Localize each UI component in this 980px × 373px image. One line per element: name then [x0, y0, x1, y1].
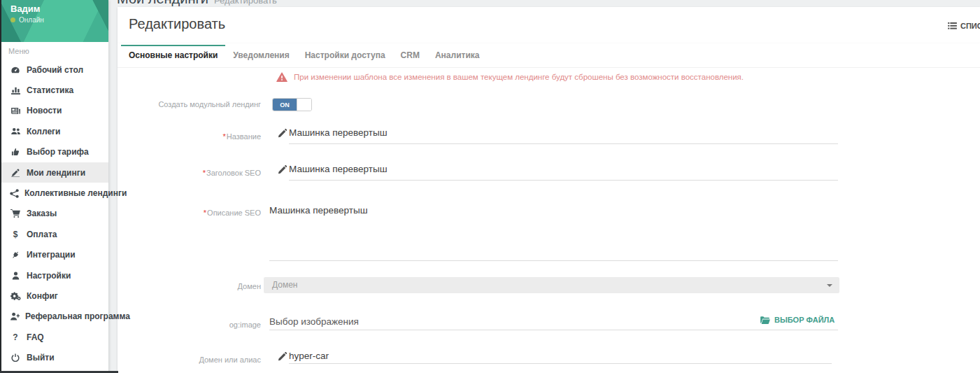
seo-title-input[interactable]: Машинка перевертыш — [289, 164, 387, 174]
template-warning: При изменении шаблона все изменения в ва… — [276, 72, 744, 82]
choose-file-button[interactable]: ВЫБОР ФАЙЛА — [760, 316, 835, 324]
seo-description-label: *Описание SEO — [118, 209, 261, 217]
colleagues-icon — [10, 127, 21, 135]
main-content: Мои лендингиРедактировать Редактировать … — [108, 0, 980, 373]
sidebar-item-stats[interactable]: Статистика — [0, 80, 108, 100]
name-input[interactable]: Машинка перевертыш — [289, 127, 387, 138]
list-button[interactable]: СПИСОК — [948, 22, 980, 30]
sidebar-item-label: Выбор тарифа — [27, 147, 89, 157]
tab-crm[interactable]: CRM — [393, 43, 427, 67]
module-toggle[interactable]: ON — [272, 98, 312, 111]
pencil-icon — [278, 352, 287, 361]
sidebar-item-cart[interactable]: Заказы — [0, 204, 108, 224]
news-icon — [10, 107, 21, 115]
sidebar-item-label: Мои лендинги — [27, 168, 85, 178]
cart-icon — [10, 209, 21, 218]
online-status-dot — [10, 17, 15, 22]
tab-уведомления[interactable]: Уведомления — [225, 43, 297, 67]
toggle-on-segment: ON — [273, 99, 297, 111]
online-status-label: Онлайн — [19, 16, 44, 24]
sidebar-item-question[interactable]: ?FAQ — [0, 327, 108, 347]
card-header: Редактировать СПИСОК — [118, 7, 980, 43]
seo-title-label: *Заголовок SEO — [118, 169, 261, 177]
sidebar-menu: Рабочий столСтатистикаНовостиКоллегиВыбо… — [0, 59, 108, 368]
seo-description-underline — [269, 260, 838, 261]
sidebar-item-tariff[interactable]: Выбор тарифа — [0, 142, 108, 162]
dashboard-icon — [10, 66, 21, 74]
question-icon: ? — [10, 332, 21, 342]
tab-аналитика[interactable]: Аналитика — [427, 43, 488, 67]
og-image-underline — [269, 330, 838, 330]
warning-text: При изменении шаблона все изменения в ва… — [294, 73, 744, 81]
sidebar-item-label: Интеграции — [27, 250, 76, 260]
sidebar-item-plug[interactable]: Интеграции — [0, 245, 108, 265]
sidebar-item-power[interactable]: Выйти — [0, 347, 108, 367]
tab-bar: Основные настройкиУведомленияНастройки д… — [118, 43, 980, 68]
sidebar-item-dollar[interactable]: $Оплата — [0, 224, 108, 244]
sidebar: Вадим Онлайн Меню Рабочий столСтатистика… — [0, 0, 108, 373]
sidebar-item-colleagues[interactable]: Коллеги — [0, 121, 108, 141]
choose-file-label: ВЫБОР ФАЙЛА — [774, 316, 835, 324]
alias-underline — [289, 363, 832, 364]
alias-label: Домен или алиас — [118, 356, 261, 364]
settings-panel: Основные настройкиУведомленияНастройки д… — [118, 43, 980, 373]
module-toggle-label: Создать модульный лендинг — [118, 100, 261, 108]
sidebar-item-share[interactable]: Коллективные лендинги — [0, 183, 108, 203]
user-name: Вадим — [10, 3, 40, 14]
sidebar-item-user[interactable]: Настройки — [0, 265, 108, 286]
sidebar-item-label: Конфиг — [27, 291, 58, 301]
sidebar-item-label: Выйти — [27, 353, 55, 363]
seo-description-textarea[interactable]: Машинка перевертыш — [269, 205, 367, 216]
page-title-text: Мои лендинги — [117, 0, 208, 6]
sidebar-item-label: Статистика — [27, 85, 73, 95]
card-title: Редактировать — [129, 16, 225, 32]
list-icon — [948, 22, 957, 29]
sidebar-item-label: Рабочий стол — [27, 65, 83, 75]
window-edge-left — [0, 0, 1, 373]
page-title: Мои лендингиРедактировать — [117, 0, 277, 7]
sidebar-item-label: Реферальная программа — [25, 311, 130, 321]
sidebar-item-dashboard[interactable]: Рабочий стол — [0, 59, 108, 80]
user-plus-icon — [10, 312, 20, 321]
sidebar-item-gears[interactable]: Конфиг — [0, 286, 108, 306]
alias-input[interactable]: hyper-car — [289, 351, 329, 361]
folder-icon — [760, 316, 770, 324]
domain-select[interactable]: Домен — [264, 277, 839, 293]
sidebar-item-user-plus[interactable]: Реферальная программа — [0, 307, 108, 327]
menu-section-label: Меню — [8, 47, 108, 55]
sidebar-item-label: Коллеги — [27, 127, 61, 136]
sidebar-item-label: Заказы — [27, 209, 57, 218]
sidebar-item-news[interactable]: Новости — [0, 101, 108, 121]
pencil-icon — [278, 165, 287, 174]
tariff-icon — [10, 148, 21, 156]
stats-icon — [10, 86, 21, 94]
name-input-underline — [289, 143, 838, 144]
share-icon — [10, 189, 19, 198]
chevron-down-icon — [827, 284, 832, 287]
dollar-icon: $ — [10, 230, 21, 239]
breadcrumb: Редактировать — [214, 0, 277, 6]
required-asterisk: * — [203, 169, 206, 177]
required-asterisk: * — [204, 209, 206, 217]
toggle-knob[interactable] — [297, 99, 311, 111]
sidebar-item-label: Коллективные лендинги — [24, 188, 127, 198]
domain-select-placeholder: Домен — [264, 277, 839, 293]
name-label: *Название — [118, 132, 261, 141]
list-button-label: СПИСОК — [960, 22, 980, 30]
user-panel: Вадим Онлайн — [0, 0, 108, 42]
domain-label: Домен — [118, 282, 261, 290]
tab-настройки-доступа[interactable]: Настройки доступа — [297, 43, 393, 67]
pencil-icon — [278, 129, 287, 138]
sidebar-item-label: Оплата — [27, 230, 57, 239]
sidebar-item-label: FAQ — [27, 332, 44, 342]
tab-основные-настройки[interactable]: Основные настройки — [121, 43, 225, 67]
user-icon — [10, 272, 21, 280]
og-image-label: og:image — [118, 321, 261, 329]
required-asterisk: * — [223, 132, 226, 141]
power-icon — [10, 353, 21, 362]
sidebar-item-landings[interactable]: Мои лендинги — [0, 162, 108, 183]
seo-title-underline — [289, 180, 838, 181]
plug-icon — [10, 251, 21, 260]
sidebar-item-label: Настройки — [27, 271, 71, 281]
sidebar-item-label: Новости — [27, 106, 62, 115]
